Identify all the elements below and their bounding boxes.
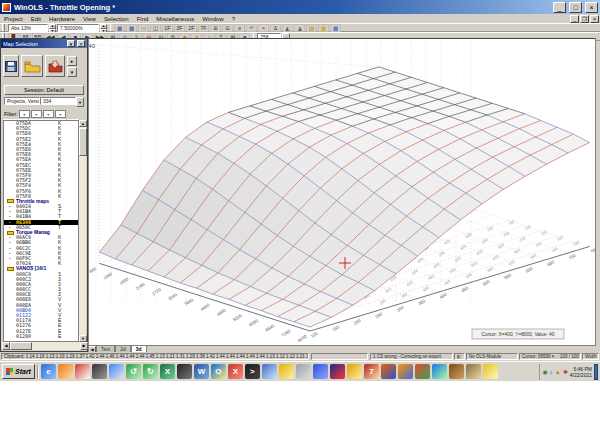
split-view-icon[interactable]: ◫ (150, 24, 161, 32)
taskbar-app-icon[interactable]: X (160, 364, 175, 379)
show-desktop-button[interactable] (594, 364, 598, 380)
more-button[interactable]: ▾ (67, 67, 77, 77)
mdi-restore-button[interactable]: ❐ (580, 15, 589, 23)
taskbar-app-icon[interactable]: O (211, 364, 226, 379)
taskbar-app-icon[interactable] (415, 364, 430, 379)
save-button[interactable] (3, 55, 19, 77)
scope-dropdown-arrow[interactable]: ▼ (76, 97, 84, 107)
taskbar-app-icon[interactable] (279, 364, 294, 379)
minimize-button[interactable]: _ (553, 2, 566, 13)
taskbar-app-icon[interactable]: > (245, 364, 260, 379)
map-list[interactable]: 075DAK075DCK075E0K075E2K075E4K075E6K075E… (3, 120, 80, 342)
view-3d-icon[interactable]: ▦ (126, 24, 137, 32)
mode-1f-icon[interactable]: 1F (162, 24, 173, 32)
open-project-button[interactable] (21, 55, 43, 77)
mode-2f-icon[interactable]: 2F (186, 24, 197, 32)
taskbar-app-icon[interactable] (449, 364, 464, 379)
map-row[interactable]: 01280E (4, 334, 79, 339)
import-file-button[interactable] (45, 55, 65, 77)
mdi-close-button[interactable]: × (590, 15, 599, 23)
menu-project[interactable]: Project (0, 16, 27, 22)
filter-combo-2[interactable]: ▾ (31, 110, 42, 118)
menu-find[interactable]: Find (133, 16, 153, 22)
rows-icon[interactable]: ▤ (306, 24, 317, 32)
scroll-left-button[interactable]: ◀ (2, 342, 10, 350)
taskbar-app-icon[interactable] (313, 364, 328, 379)
taskbar-app-icon[interactable] (330, 364, 345, 379)
surface-plot[interactable]: 1403003504004505005506006507007503003504… (89, 39, 595, 345)
empty-status (311, 353, 368, 360)
start-button[interactable]: Start (2, 364, 35, 379)
tray-icon[interactable]: ◉ (543, 369, 548, 375)
scroll-right-button[interactable]: ▶ (80, 342, 88, 350)
taskbar-app-icon[interactable] (296, 364, 311, 379)
menu-miscellaneous[interactable]: Miscellaneous (152, 16, 198, 22)
list-vscrollbar[interactable]: ▲ ▼ (78, 120, 86, 342)
scroll-down-button[interactable]: ▼ (79, 335, 87, 342)
filter-combo-4[interactable]: ▾ (55, 110, 66, 118)
taskbar-app-icon[interactable]: W (194, 364, 209, 379)
menu-selection[interactable]: Selection (100, 16, 133, 22)
menu-view[interactable]: View (79, 16, 100, 22)
panel-close-button[interactable]: × (77, 40, 85, 47)
map-blue-icon[interactable]: ▦ (330, 24, 341, 32)
hscroll-thumb[interactable] (10, 342, 32, 350)
map-selection-titlebar[interactable]: Map Selection ▾ × (1, 39, 87, 48)
taskbar-app-icon[interactable]: ↻ (143, 364, 158, 379)
menu-hardware[interactable]: Hardware (45, 16, 79, 22)
undo-icon[interactable]: ↶ (246, 24, 257, 32)
mode-3f-icon[interactable]: 3F (174, 24, 185, 32)
grid-plus-icon[interactable]: ⊞ (210, 24, 221, 32)
view-2d-icon[interactable]: ▦ (114, 24, 125, 32)
tray-icon[interactable]: ♪ (550, 369, 553, 375)
scroll-thumb[interactable] (79, 128, 87, 156)
taskbar-app-icon[interactable] (109, 364, 124, 379)
list-icon[interactable]: ≡ (234, 24, 245, 32)
compare-b-icon[interactable]: ◮ (294, 24, 305, 32)
menu-edit[interactable]: Edit (27, 16, 45, 22)
taskbar-app-icon[interactable]: ↺ (126, 364, 141, 379)
menu-[interactable]: ? (228, 16, 239, 22)
scroll-up-button[interactable]: ▲ (79, 120, 87, 127)
session-button[interactable]: Session: Default (4, 85, 84, 95)
taskbar-app-icon[interactable] (177, 364, 192, 379)
taskbar-app-icon[interactable]: 7 (364, 364, 379, 379)
map-yellow-icon[interactable]: ▦ (318, 24, 329, 32)
taskbar-app-icon[interactable] (466, 364, 481, 379)
mdi-minimize-button[interactable]: _ (570, 15, 579, 23)
tray-icon[interactable]: ✚ (563, 369, 568, 375)
taskbar-app-icon[interactable] (381, 364, 396, 379)
step-spinner[interactable]: ▲▼ (49, 24, 56, 32)
taskbar-app-icon[interactable]: e (41, 364, 56, 379)
delta-icon[interactable]: Δ (270, 24, 281, 32)
filter-combo-1[interactable]: ▾ (19, 110, 30, 118)
menu-window[interactable]: Window (198, 16, 227, 22)
grid-minus-icon[interactable]: ⊟ (222, 24, 233, 32)
mode-7f-icon[interactable]: 7F (198, 24, 209, 32)
taskbar-app-icon[interactable] (75, 364, 90, 379)
delete-icon[interactable]: × (258, 24, 269, 32)
maximize-button[interactable]: □ (569, 2, 582, 13)
filter-combo-3[interactable]: ▾ (43, 110, 54, 118)
scope-combo[interactable]: Projects, Versions & Maps (4, 97, 40, 105)
step-mode-combo[interactable]: Abs 13% (8, 24, 48, 32)
panel-pin-button[interactable]: ▾ (67, 40, 75, 47)
taskbar-app-icon[interactable] (262, 364, 277, 379)
tray-icon[interactable]: ▲ (555, 369, 561, 375)
list-hscrollbar[interactable]: ◀ ▶ (2, 342, 88, 350)
taskbar-app-icon[interactable]: X (228, 364, 243, 379)
export-button[interactable]: ▸ (67, 56, 77, 66)
taskbar-app-icon[interactable] (92, 364, 107, 379)
taskbar-app-icon[interactable] (432, 364, 447, 379)
close-button[interactable]: × (585, 2, 598, 13)
taskbar-app-icon[interactable] (483, 364, 498, 379)
toolbar-grip[interactable] (2, 24, 5, 31)
taskbar-app-icon[interactable] (398, 364, 413, 379)
factor-spinner[interactable]: ▲▼ (100, 24, 107, 32)
view-text-icon[interactable]: ▭ (138, 24, 149, 32)
compare-a-icon[interactable]: ◭ (282, 24, 293, 32)
taskbar-app-icon[interactable] (58, 364, 73, 379)
factor-combo[interactable]: 7.50000% (57, 24, 99, 32)
import-icon (48, 60, 63, 73)
taskbar-app-icon[interactable] (347, 364, 362, 379)
